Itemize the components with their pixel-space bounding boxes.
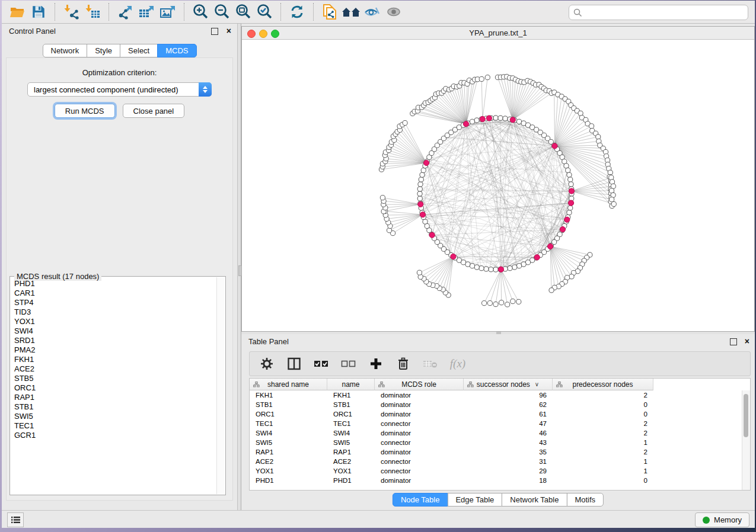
network-hub-node[interactable] — [510, 117, 515, 123]
table-cell[interactable]: STB1 — [327, 401, 375, 408]
network-node[interactable] — [564, 164, 569, 168]
network-node[interactable] — [569, 274, 574, 279]
table-cell[interactable]: SWI4 — [327, 430, 375, 437]
network-hub-node[interactable] — [568, 200, 573, 206]
table-cell[interactable]: PHD1 — [250, 477, 327, 484]
mcds-result-item[interactable]: GCR1 — [14, 431, 216, 440]
network-node[interactable] — [484, 267, 489, 271]
table-cell[interactable]: dominator — [375, 411, 464, 418]
table-cell[interactable]: 0 — [553, 401, 653, 408]
network-node[interactable] — [487, 301, 492, 306]
table-row[interactable]: YOX1YOX1connector291 — [250, 466, 750, 476]
table-cell[interactable]: 43 — [464, 439, 553, 446]
table-cell[interactable]: SWI5 — [250, 439, 327, 446]
network-hub-node[interactable] — [451, 254, 456, 259]
table-cell[interactable]: connector — [375, 439, 464, 446]
network-node[interactable] — [596, 134, 601, 139]
mcds-result-item[interactable]: STB5 — [14, 374, 216, 383]
import-table-icon[interactable] — [82, 2, 103, 21]
network-node[interactable] — [511, 299, 515, 303]
network-node[interactable] — [493, 302, 498, 306]
table-cell[interactable]: dominator — [375, 477, 464, 484]
search-input[interactable] — [585, 8, 748, 18]
column-header-MCDS-role[interactable]: MCDS role — [375, 379, 464, 390]
network-hub-node[interactable] — [420, 212, 425, 217]
network-node[interactable] — [493, 116, 498, 120]
table-cell[interactable]: ACE2 — [327, 458, 375, 465]
apply-function-icon[interactable]: f(x) — [450, 355, 465, 373]
column-header-successor-nodes[interactable]: successor nodes∨ — [464, 379, 553, 390]
table-scrollbar[interactable] — [742, 390, 750, 490]
network-hub-node[interactable] — [418, 201, 423, 207]
close-panel-icon[interactable]: × — [227, 26, 231, 36]
table-cell[interactable]: PHD1 — [327, 477, 375, 484]
criterion-dropdown[interactable]: largest connected component (undirected) — [27, 82, 212, 97]
network-node[interactable] — [420, 172, 425, 177]
network-node[interactable] — [423, 219, 428, 224]
table-cell[interactable]: 0 — [553, 411, 653, 418]
network-node[interactable] — [521, 262, 526, 267]
mcds-result-item[interactable]: PHD1 — [14, 279, 216, 289]
table-cell[interactable]: STB1 — [250, 401, 327, 408]
delete-column-icon[interactable] — [395, 355, 411, 373]
network-node[interactable] — [549, 288, 554, 293]
network-hub-node[interactable] — [547, 243, 553, 249]
refresh-icon[interactable] — [286, 2, 308, 21]
network-node[interactable] — [505, 302, 510, 307]
table-cell[interactable]: FKH1 — [327, 392, 375, 399]
tab-node-table[interactable]: Node Table — [393, 493, 448, 507]
network-node[interactable] — [569, 182, 573, 187]
table-cell[interactable]: 1 — [553, 439, 653, 446]
network-node[interactable] — [503, 116, 508, 121]
vertical-splitter[interactable] — [237, 24, 241, 510]
tab-select[interactable]: Select — [120, 44, 158, 57]
network-node[interactable] — [516, 119, 521, 124]
column-header-predecessor-nodes[interactable]: predecessor nodes — [553, 379, 653, 390]
mcds-result-list[interactable]: PHD1CAR1STP4TID3YOX1SWI4SRD1PMA2FKH1ACE2… — [11, 279, 216, 493]
table-row[interactable]: TEC1TEC1connector472 — [250, 419, 750, 428]
network-node[interactable] — [516, 264, 521, 268]
tab-network[interactable]: Network — [42, 44, 87, 57]
table-row[interactable]: SWI4SWI4dominator462 — [250, 428, 750, 438]
network-hub-node[interactable] — [564, 217, 570, 222]
network-node[interactable] — [512, 265, 517, 270]
table-cell[interactable]: dominator — [375, 392, 464, 399]
table-cell[interactable]: dominator — [375, 430, 464, 437]
network-node[interactable] — [479, 266, 484, 271]
table-cell[interactable]: 0 — [553, 477, 653, 484]
network-hub-node[interactable] — [429, 232, 435, 238]
network-node[interactable] — [417, 270, 422, 275]
mcds-result-item[interactable]: SRD1 — [14, 336, 216, 345]
network-node[interactable] — [568, 177, 573, 182]
table-cell[interactable]: 62 — [464, 401, 553, 408]
table-cell[interactable]: 31 — [464, 458, 553, 465]
network-node[interactable] — [611, 184, 615, 188]
table-row[interactable]: RAP1RAP1dominator352 — [250, 447, 750, 457]
float-panel-icon[interactable] — [730, 338, 737, 345]
network-hub-node[interactable] — [486, 116, 492, 121]
table-cell[interactable]: dominator — [375, 448, 464, 456]
table-cell[interactable]: 2 — [553, 448, 653, 456]
network-node[interactable] — [380, 196, 385, 200]
network-node[interactable] — [403, 120, 407, 125]
export-network-icon[interactable] — [114, 2, 136, 21]
memory-button[interactable]: Memory — [695, 512, 749, 527]
table-cell[interactable]: 61 — [464, 411, 553, 418]
network-hub-node[interactable] — [463, 121, 468, 127]
close-panel-button[interactable]: Close panel — [123, 104, 185, 118]
column-header-shared-name[interactable]: shared name — [250, 379, 327, 390]
table-cell[interactable]: 18 — [464, 477, 553, 484]
network-node[interactable] — [489, 267, 493, 272]
table-cell[interactable]: YOX1 — [250, 467, 327, 475]
table-cell[interactable]: 1 — [553, 458, 653, 465]
network-hub-node[interactable] — [534, 255, 540, 260]
zoom-fit-icon[interactable] — [232, 2, 254, 21]
table-cell[interactable]: 46 — [464, 430, 553, 437]
table-cell[interactable]: ORC1 — [250, 411, 327, 418]
table-cell[interactable]: connector — [375, 420, 464, 427]
table-cell[interactable]: 2 — [553, 430, 653, 437]
run-mcds-button[interactable]: Run MCDS — [55, 104, 115, 118]
mcds-result-item[interactable]: STB1 — [14, 402, 216, 412]
network-node[interactable] — [387, 228, 391, 233]
home-view-icon[interactable] — [340, 2, 362, 21]
